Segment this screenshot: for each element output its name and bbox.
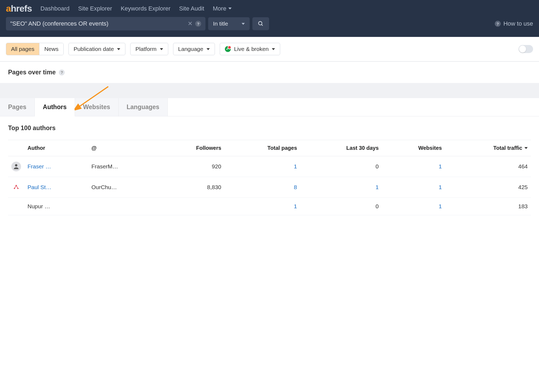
cell-avatar (8, 177, 24, 198)
pages-link[interactable]: 8 (294, 184, 297, 190)
col-last30[interactable]: Last 30 days (300, 140, 382, 156)
author-link[interactable]: Paul St… (28, 184, 52, 190)
svg-point-3 (15, 164, 18, 166)
svg-point-6 (17, 188, 18, 189)
page-type-filter: All pages News (6, 43, 64, 55)
last30-link[interactable]: 1 (376, 184, 379, 190)
col-pages[interactable]: Total pages (225, 140, 300, 156)
cell-websites: 1 (382, 177, 445, 198)
help-icon[interactable]: ? (195, 21, 201, 27)
filter-language[interactable]: Language (173, 43, 215, 55)
chevron-down-icon (207, 48, 210, 50)
filter-news[interactable]: News (39, 43, 63, 55)
tab-languages[interactable]: Languages (119, 98, 168, 116)
nav-site-audit[interactable]: Site Audit (179, 5, 204, 12)
chevron-down-icon (242, 23, 245, 25)
section-title: Top 100 authors (8, 124, 531, 132)
filter-platform[interactable]: Platform (130, 43, 168, 55)
cell-websites: 1 (382, 156, 445, 177)
cell-followers (158, 198, 225, 215)
avatar (11, 162, 21, 171)
nav-dashboard[interactable]: Dashboard (40, 5, 70, 12)
chevron-down-icon (228, 8, 232, 9)
col-traffic[interactable]: Total traffic (445, 140, 531, 156)
svg-point-5 (16, 185, 17, 186)
cell-author: Fraser … (24, 156, 88, 177)
help-icon: ? (495, 21, 501, 27)
cell-last30: 1 (300, 177, 382, 198)
cell-traffic: 464 (445, 156, 531, 177)
websites-link[interactable]: 1 (439, 163, 442, 169)
search-scope-label: In title (213, 20, 228, 27)
avatar (11, 182, 21, 192)
search-input-wrap: ✕ ? (6, 17, 205, 30)
cell-author: Nupur … (24, 198, 88, 215)
filter-publication-date[interactable]: Publication date (68, 43, 125, 55)
col-followers[interactable]: Followers (158, 140, 225, 156)
cell-author: Paul St… (24, 177, 88, 198)
pages-link[interactable]: 1 (294, 163, 297, 169)
cell-pages: 1 (225, 156, 300, 177)
cell-traffic: 425 (445, 177, 531, 198)
ahrefs-logo[interactable]: ahrefs (6, 3, 32, 14)
table-row: Fraser …FraserM…920101464 (8, 156, 531, 177)
cell-handle: OurChu… (88, 177, 158, 198)
help-icon[interactable]: ? (59, 70, 65, 75)
toggle-switch[interactable] (519, 45, 533, 53)
filter-all-pages[interactable]: All pages (6, 43, 39, 55)
cell-avatar (8, 156, 24, 177)
pot-label: Pages over time (8, 69, 56, 76)
author-link[interactable]: Fraser … (28, 163, 51, 169)
filter-label: Platform (135, 46, 156, 52)
svg-line-1 (262, 25, 263, 26)
search-icon (258, 21, 264, 27)
tabs: Pages Authors Websites Languages (0, 98, 539, 116)
table-row: Nupur …101183 (8, 198, 531, 215)
col-author[interactable]: Author (24, 140, 88, 156)
svg-point-0 (259, 22, 262, 25)
filter-status[interactable]: Live & broken (220, 43, 280, 55)
filter-label: Publication date (74, 46, 114, 52)
chevron-down-icon (160, 48, 163, 50)
col-avatar (8, 140, 24, 156)
how-to-use-label: How to use (503, 20, 533, 27)
col-handle[interactable]: @ (88, 140, 158, 156)
cell-last30: 0 (300, 198, 382, 215)
nav-more[interactable]: More (213, 5, 232, 12)
nav-site-explorer[interactable]: Site Explorer (78, 5, 112, 12)
svg-point-4 (14, 188, 15, 189)
pages-over-time-title: Pages over time ? (8, 69, 531, 76)
websites-link[interactable]: 1 (439, 203, 442, 209)
cell-followers: 8,830 (158, 177, 225, 198)
chevron-down-icon (117, 48, 120, 50)
filter-label: Live & broken (234, 46, 269, 52)
nav-more-label: More (213, 5, 226, 12)
col-traffic-label: Total traffic (493, 145, 522, 151)
nav-keywords-explorer[interactable]: Keywords Explorer (121, 5, 171, 12)
cell-handle: FraserM… (88, 156, 158, 177)
cell-pages: 8 (225, 177, 300, 198)
search-input[interactable] (10, 20, 185, 27)
status-icon (225, 46, 231, 52)
cell-pages: 1 (225, 198, 300, 215)
clear-icon[interactable]: ✕ (188, 20, 193, 27)
search-button[interactable] (252, 17, 269, 30)
websites-link[interactable]: 1 (439, 184, 442, 190)
cell-last30: 0 (300, 156, 382, 177)
tab-authors[interactable]: Authors (35, 98, 75, 116)
filter-label: Language (178, 46, 203, 52)
cell-handle (88, 198, 158, 215)
chevron-down-icon (272, 48, 275, 50)
cell-websites: 1 (382, 198, 445, 215)
author-link: Nupur … (28, 203, 50, 209)
how-to-use-link[interactable]: ? How to use (495, 20, 533, 27)
pages-link[interactable]: 1 (294, 203, 297, 209)
cell-avatar (8, 198, 24, 215)
cell-traffic: 183 (445, 198, 531, 215)
table-row: Paul St…OurChu…8,830811425 (8, 177, 531, 198)
tab-pages[interactable]: Pages (0, 98, 35, 116)
sort-desc-icon (524, 147, 528, 149)
search-scope-select[interactable]: In title (208, 17, 250, 30)
authors-table: Author @ Followers Total pages Last 30 d… (8, 140, 531, 215)
col-websites[interactable]: Websites (382, 140, 445, 156)
